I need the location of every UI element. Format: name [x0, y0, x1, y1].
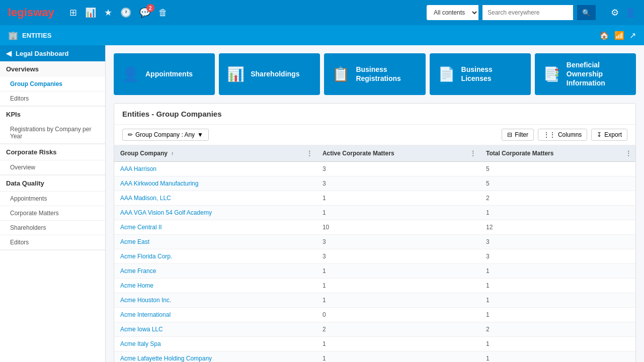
sidebar-item-editors[interactable]: Editors — [0, 92, 105, 106]
shareholdings-card-label: Shareholdings — [251, 69, 299, 78]
filter-button[interactable]: ⊟ Filter — [502, 129, 534, 141]
company-name-cell[interactable]: AAA VGA Vision 54 Golf Academy — [114, 205, 316, 220]
company-name-cell[interactable]: AAA Madison, LLC — [114, 191, 316, 205]
filter-label: Group Company : Any — [135, 131, 195, 138]
active-matters-cell: 0 — [316, 307, 480, 322]
stat-card-business-licenses[interactable]: 📄 Business Licenses — [430, 53, 531, 95]
total-matters-cell: 1 — [480, 278, 635, 293]
search-button[interactable]: 🔍 — [577, 5, 596, 20]
company-name-cell[interactable]: Acme Florida Corp. — [114, 249, 316, 263]
active-matters-cell: 10 — [316, 220, 480, 234]
entities-label: ENTITIES — [22, 32, 52, 39]
beneficial-ownership-card-icon: 📑 — [543, 66, 560, 82]
total-matters-cell: 1 — [480, 205, 635, 220]
logo-accent: way — [33, 6, 54, 19]
message-icon[interactable]: 💬 2 — [139, 7, 150, 18]
home-icon[interactable]: 🏠 — [599, 31, 609, 40]
sidebar-item-appointments[interactable]: Appointments — [0, 192, 105, 206]
stat-card-beneficial-ownership[interactable]: 📑 Beneficial Ownership Information — [535, 53, 636, 95]
group-company-filter-btn[interactable]: ✏ Group Company : Any ▼ — [122, 129, 209, 141]
table-head: Group Company ↑ ⋮ Active Corporate Matte… — [114, 145, 635, 162]
logout-icon[interactable]: ↗ — [629, 31, 636, 40]
sidebar-item-registrations[interactable]: Registrations by Company per Year — [0, 122, 105, 144]
company-name-cell[interactable]: Acme Lafayette Holding Company — [114, 351, 316, 362]
sidebar-item-corporate-matters[interactable]: Corporate Matters — [0, 206, 105, 221]
total-matters-cell: 1 — [480, 293, 635, 307]
search-scope-dropdown[interactable]: All contents — [427, 5, 478, 20]
user-icon[interactable]: 👤 — [625, 7, 636, 18]
stat-card-appointments[interactable]: 👤 Appointments — [114, 53, 215, 95]
beneficial-ownership-card-label: Beneficial Ownership Information — [567, 60, 628, 88]
bar-chart-icon[interactable]: 📶 — [614, 31, 624, 40]
active-matters-cell: 1 — [316, 263, 480, 278]
company-name-cell[interactable]: Acme East — [114, 234, 316, 249]
kpis-label: KPIs — [6, 111, 21, 118]
active-matters-cell: 2 — [316, 322, 480, 336]
sidebar-data-quality-header[interactable]: Data Quality — [0, 175, 105, 192]
companies-table: Group Company ↑ ⋮ Active Corporate Matte… — [114, 145, 635, 362]
export-button[interactable]: ↧ Export — [591, 129, 627, 141]
active-matters-cell: 3 — [316, 176, 480, 191]
star-icon[interactable]: ★ — [104, 7, 112, 18]
company-name-cell[interactable]: AAA Harrison — [114, 161, 316, 176]
table-row: Acme International 0 1 — [114, 307, 635, 322]
table-section: Entities - Group Companies ✏ Group Compa… — [114, 103, 636, 362]
company-name-cell[interactable]: Acme Houston Inc. — [114, 293, 316, 307]
export-btn-label: Export — [604, 131, 622, 138]
active-matters-cell: 3 — [316, 249, 480, 263]
total-matters-cell: 12 — [480, 220, 635, 234]
stat-card-shareholdings[interactable]: 📊 Shareholdings — [219, 53, 320, 95]
clock-icon[interactable]: 🕐 — [120, 7, 131, 18]
col-group-company-handle[interactable]: ⋮ — [306, 150, 312, 157]
business-licenses-card-label: Business Licenses — [461, 65, 523, 83]
company-name-cell[interactable]: Acme Iowa LLC — [114, 322, 316, 336]
table-header-row: Group Company ↑ ⋮ Active Corporate Matte… — [114, 145, 635, 162]
active-matters-cell: 3 — [316, 161, 480, 176]
col-active-matters-label: Active Corporate Matters — [323, 150, 394, 157]
sidebar-item-overview[interactable]: Overview — [0, 160, 105, 175]
registrations-label: Registrations by Company per Year — [10, 126, 91, 140]
columns-button[interactable]: ⋮⋮ Columns — [538, 129, 587, 141]
grid-icon[interactable]: ⊞ — [69, 7, 77, 18]
col-active-matters-handle[interactable]: ⋮ — [470, 150, 476, 157]
sidebar-overviews-header[interactable]: Overviews — [0, 61, 105, 77]
company-name-cell[interactable]: Acme France — [114, 263, 316, 278]
company-name-cell[interactable]: AAA Kirkwood Manufacturing — [114, 176, 316, 191]
sidebar-corporate-risks-header[interactable]: Corporate Risks — [0, 144, 105, 160]
company-name-cell[interactable]: Acme Central II — [114, 220, 316, 234]
table-row: Acme Lafayette Holding Company 1 1 — [114, 351, 635, 362]
sort-asc-icon[interactable]: ↑ — [171, 151, 174, 156]
settings-icon[interactable]: ⚙ — [611, 7, 619, 18]
table-row: AAA Kirkwood Manufacturing 3 5 — [114, 176, 635, 191]
active-matters-cell: 1 — [316, 191, 480, 205]
group-companies-label: Group Companies — [10, 80, 62, 87]
company-name-cell[interactable]: Acme Home — [114, 278, 316, 293]
sidebar-item-group-companies[interactable]: Group Companies — [0, 77, 105, 92]
col-group-company: Group Company ↑ ⋮ — [114, 145, 316, 162]
col-total-matters-handle[interactable]: ⋮ — [625, 150, 631, 157]
table-toolbar: ✏ Group Company : Any ▼ ⊟ Filter ⋮⋮ Colu… — [114, 125, 635, 145]
search-input[interactable] — [482, 5, 573, 20]
active-matters-cell: 1 — [316, 351, 480, 362]
logo[interactable]: legisway — [8, 6, 54, 19]
sidebar-dashboard-header[interactable]: ◀ Legal Dashboard — [0, 45, 105, 61]
business-registrations-card-icon: 📋 — [332, 66, 350, 82]
overview-label: Overview — [10, 164, 35, 171]
sidebar-kpis-header[interactable]: KPIs — [0, 107, 105, 122]
company-name-cell[interactable]: Acme International — [114, 307, 316, 322]
top-right-icons: ⚙ 👤 — [611, 7, 636, 18]
sidebar-item-shareholders[interactable]: Shareholders — [0, 221, 105, 235]
trash-icon[interactable]: 🗑 — [158, 8, 168, 18]
active-matters-cell: 1 — [316, 336, 480, 351]
pencil-icon: ✏ — [128, 131, 133, 138]
chart-icon[interactable]: 📊 — [85, 7, 96, 18]
company-name-cell[interactable]: Acme Italy Spa — [114, 336, 316, 351]
stat-card-business-registrations[interactable]: 📋 Business Registrations — [324, 53, 425, 95]
total-matters-cell: 1 — [480, 336, 635, 351]
filter-btn-label: Filter — [515, 131, 528, 138]
business-licenses-card-icon: 📄 — [438, 66, 455, 82]
sidebar-item-editors-dq[interactable]: Editors — [0, 235, 105, 250]
sidebar-dashboard-label: Legal Dashboard — [16, 50, 68, 57]
sidebar-data-quality-section: Data Quality Appointments Corporate Matt… — [0, 175, 105, 250]
columns-icon: ⋮⋮ — [543, 131, 555, 138]
